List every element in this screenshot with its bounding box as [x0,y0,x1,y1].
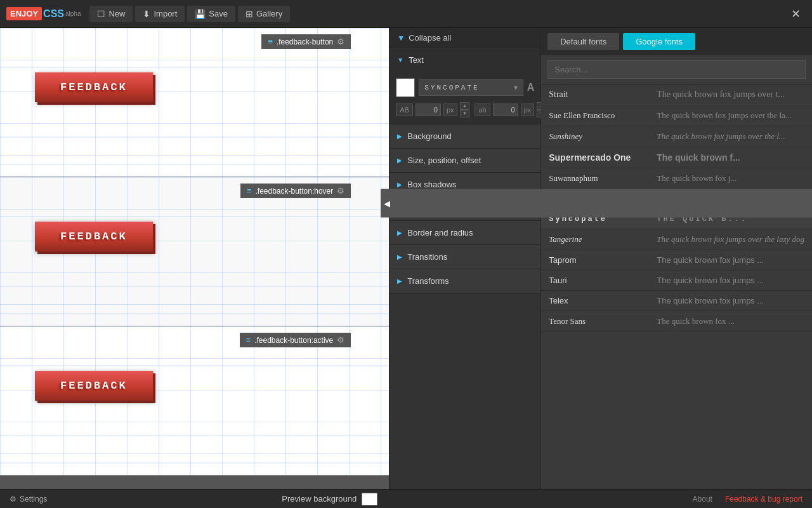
background-section-header[interactable]: ▶ Background [390,124,540,148]
import-button[interactable]: ⬇ Import [135,6,185,22]
collapse-all-label: Collapse all [409,33,451,43]
text-section-content: syncopate ▾ A AB px ▲ ▼ ab px [390,72,540,124]
text-section-header[interactable]: ▼ Text [390,48,540,72]
save-icon: 💾 [195,9,206,19]
about-link[interactable]: About [693,495,712,504]
font-size-icon: A [527,82,535,93]
fonts-search-input[interactable] [547,60,806,79]
feedback-link[interactable]: Feedback & bug report [725,495,802,504]
svg-rect-8 [0,326,389,476]
word-spacing-input[interactable] [493,104,518,116]
state2-settings-icon[interactable]: ⚙ [337,186,344,196]
main-area: ≡ .feedback-button ⚙ FEEDBACK [0,28,812,489]
font-item-preview: The quick brown fox jumps ... [657,255,764,265]
preview-bg-label: Preview background [282,494,357,504]
collapse-all-button[interactable]: Collapse all [409,33,451,43]
font-item-name: Suwannaphum [549,173,650,184]
close-button[interactable]: ✕ [786,4,806,24]
settings-gear-icon: ⚙ [10,495,16,504]
collapse-arrow[interactable]: ◀ [381,189,389,218]
font-item-name: Tangerine [549,234,650,244]
state1-label-text: .feedback-button [277,37,333,46]
feedback-btn-1[interactable]: FEEDBACK [35,72,153,102]
svg-rect-0 [0,28,389,177]
font-name-box[interactable]: syncopate ▾ [419,79,523,96]
feedback-btn-3[interactable]: FEEDBACK [35,371,153,401]
font-list-item[interactable]: Supermercado OneThe quick brown f... [541,147,812,168]
logo-css: CSS [43,8,64,20]
settings-button[interactable]: ⚙ Settings [10,495,47,504]
state-label-hover: ≡ .feedback-button:hover ⚙ [240,184,351,198]
google-fonts-tab[interactable]: Google fonts [623,33,695,50]
gallery-icon: ⊞ [246,9,253,19]
transforms-header[interactable]: ▶ Transforms [390,269,540,293]
preview-bg-swatch[interactable] [362,493,377,505]
grid-overlay-3 [0,326,389,476]
css-icon-2: ≡ [247,186,252,196]
letter-spacing-up[interactable]: ▲ [460,102,470,110]
background-arrow: ▶ [397,133,402,140]
transitions-header[interactable]: ▶ Transitions [390,245,540,269]
font-list-item[interactable]: SunshineyThe quick brown fox jumps over … [541,126,812,147]
text-section: ▼ Text syncopate ▾ A AB px ▲ [390,48,540,124]
preview-panel: ≡ .feedback-button ⚙ FEEDBACK [0,28,389,489]
font-item-preview: The quick brown fox jumps ... [657,276,764,285]
state-label-default: ≡ .feedback-button ⚙ [261,34,351,49]
save-label: Save [209,9,228,18]
background-section: ▶ Background [390,124,540,149]
font-item-preview: The quick brown fox j... [657,173,737,184]
border-section-header[interactable]: ▶ Border and radius [390,221,540,244]
transitions-arrow: ▶ [397,253,402,260]
default-fonts-tab[interactable]: Default fonts [547,33,619,50]
chevron-down-icon: ▼ [397,34,405,43]
font-item-preview: The quick brown fox jumps over the la... [657,110,791,121]
letter-spacing-input[interactable] [416,104,441,116]
font-list-item[interactable]: StraitThe quick brown fox jumps over t..… [541,84,812,105]
state2-label-text: .feedback-button:hover [255,187,333,196]
font-item-name: Telex [549,296,650,305]
css-icon-1: ≡ [268,37,273,46]
font-item-name: Sue Ellen Francisco [549,110,650,121]
border-title: Border and radius [407,228,473,237]
font-list-item[interactable]: TelexThe quick brown fox jumps ... [541,291,812,311]
text-color-swatch[interactable] [396,78,415,97]
font-item-preview: The quick brown fox jumps over t... [657,90,785,100]
size-arrow: ▶ [397,157,402,164]
size-section-header[interactable]: ▶ Size, position, offset [390,149,540,172]
properties-panel: ▼ Collapse all ▼ Text syncopate ▾ A [389,28,541,489]
fonts-list: StraitThe quick brown fox jumps over t..… [541,84,812,489]
font-dropdown-arrow: ▾ [514,83,518,92]
gallery-label: Gallery [256,9,282,18]
font-item-name: Strait [549,90,650,100]
font-list-item[interactable]: TapromThe quick brown fox jumps ... [541,250,812,271]
new-button[interactable]: ☐ New [89,6,133,22]
font-list-item[interactable]: Tenor SansThe quick brown fox ... [541,311,812,332]
transforms-arrow: ▶ [397,277,402,284]
text-metrics-row: AB px ▲ ▼ ab px ▲ ▼ [396,102,534,117]
feedback-btn-2[interactable]: FEEDBACK [35,222,153,251]
preview-state-active: ≡ .feedback-button:active ⚙ FEEDBACK [0,326,389,476]
preview-bg-section: Preview background [282,493,377,505]
font-item-name: Taprom [549,255,650,265]
letter-spacing-spinner[interactable]: ▲ ▼ [460,102,470,117]
font-list-item[interactable]: Sue Ellen FranciscoThe quick brown fox j… [541,105,812,126]
font-item-name: Tenor Sans [549,316,650,326]
font-list-item[interactable]: TangerineThe quick brown fox jumps over … [541,229,812,250]
state1-settings-icon[interactable]: ⚙ [337,37,344,46]
font-item-name: Supermercado One [549,152,650,163]
new-icon: ☐ [97,9,105,19]
word-spacing-unit: px [521,104,535,116]
font-list-item[interactable]: SuwannaphumThe quick brown fox j... [541,168,812,189]
fonts-search-area [541,55,812,84]
box-shadows-arrow: ▶ [397,181,402,188]
letter-spacing-down[interactable]: ▼ [460,110,470,117]
state3-settings-icon[interactable]: ⚙ [337,335,344,345]
border-arrow: ▶ [397,229,402,236]
save-button[interactable]: 💾 Save [187,6,235,22]
size-section: ▶ Size, position, offset [390,149,540,173]
state3-label-text: .feedback-button:active [254,336,333,345]
gallery-button[interactable]: ⊞ Gallery [238,6,290,22]
font-list-item[interactable]: TauriThe quick brown fox jumps ... [541,271,812,291]
font-item-preview: The quick brown fox jumps ... [657,296,764,305]
fonts-panel: Default fonts Google fonts StraitThe qui… [541,28,812,489]
